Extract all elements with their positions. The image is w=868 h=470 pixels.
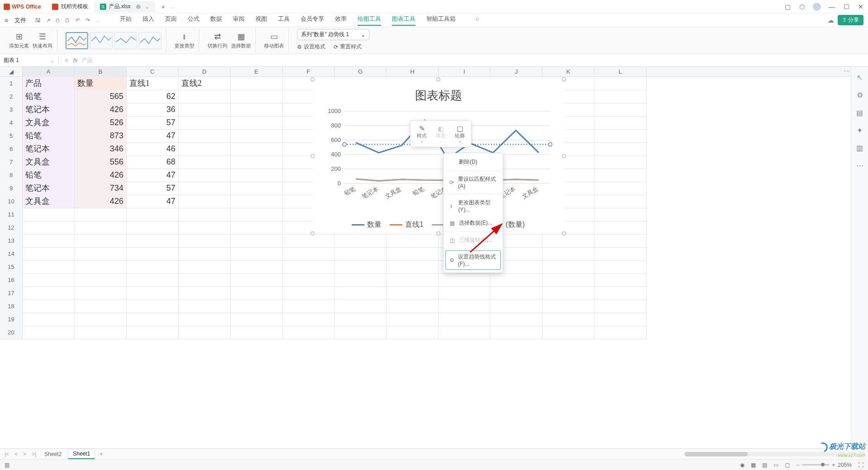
cell[interactable] xyxy=(127,208,179,221)
save-icon[interactable]: 🖫 xyxy=(35,17,41,24)
cell[interactable] xyxy=(231,234,283,248)
resize-handle[interactable] xyxy=(311,77,315,81)
select-data-button[interactable]: ▦选择数据 xyxy=(231,32,251,49)
col-B[interactable]: B xyxy=(75,67,127,77)
resize-handle[interactable] xyxy=(562,154,566,158)
style-button[interactable]: ✎样式⌄ xyxy=(412,122,431,145)
menu-tools[interactable]: 工具 xyxy=(278,15,290,26)
cell[interactable] xyxy=(335,300,387,313)
cell[interactable] xyxy=(594,260,646,274)
cube-icon[interactable]: ⬡ xyxy=(798,3,806,10)
cell[interactable] xyxy=(491,287,542,300)
cell[interactable] xyxy=(179,234,231,248)
menu-smart-toolbox[interactable]: 智能工具箱 xyxy=(426,15,456,26)
chart-style-2[interactable] xyxy=(90,32,113,49)
row-header[interactable]: 11 xyxy=(0,208,23,221)
cell[interactable]: 47 xyxy=(127,129,179,143)
cell[interactable] xyxy=(127,287,179,300)
cell[interactable]: 734 xyxy=(75,182,127,195)
select-all-corner[interactable]: ◢ xyxy=(0,67,23,77)
cell[interactable] xyxy=(594,300,646,313)
data-icon[interactable]: ▥ xyxy=(856,144,863,152)
cell[interactable]: 数量 xyxy=(75,77,127,90)
cell[interactable] xyxy=(231,260,283,274)
zoom-control[interactable]: − + 205% xyxy=(796,462,852,468)
col-H[interactable]: H xyxy=(387,67,439,77)
cell[interactable] xyxy=(23,221,75,235)
cell[interactable] xyxy=(127,247,179,261)
print-icon[interactable]: ⎙ xyxy=(56,17,59,24)
minimize-button[interactable]: — xyxy=(828,3,835,10)
ctx-delete[interactable]: 删除(D) xyxy=(443,155,503,169)
cell[interactable] xyxy=(491,313,542,326)
cell[interactable]: 47 xyxy=(127,169,179,182)
menu-data[interactable]: 数据 xyxy=(210,15,222,26)
cell[interactable] xyxy=(23,300,75,313)
col-F[interactable]: F xyxy=(283,67,335,77)
cell[interactable]: 47 xyxy=(127,195,179,208)
cell[interactable] xyxy=(75,247,127,261)
cell[interactable] xyxy=(594,273,646,287)
outline-button[interactable]: ▢轮廓⌄ xyxy=(450,122,469,145)
scrollbar-thumb[interactable] xyxy=(684,452,748,456)
cancel-icon[interactable]: ✕ xyxy=(64,57,69,64)
search-icon[interactable]: ⌕ xyxy=(476,15,479,26)
formula-input[interactable]: 产品 xyxy=(82,56,93,64)
cell[interactable] xyxy=(127,221,179,235)
undo-icon[interactable]: ↶ xyxy=(75,17,80,24)
col-D[interactable]: D xyxy=(179,67,231,77)
col-E[interactable]: E xyxy=(231,67,283,77)
maximize-button[interactable]: ☐ xyxy=(843,3,850,10)
cell[interactable]: 笔记本 xyxy=(23,142,75,156)
tab-close-icon[interactable]: ⌄ xyxy=(145,4,150,10)
chart-style-4[interactable] xyxy=(139,32,161,49)
row-header[interactable]: 17 xyxy=(0,287,23,300)
cell[interactable] xyxy=(387,313,439,326)
row-header[interactable]: 20 xyxy=(0,326,23,339)
cell[interactable] xyxy=(387,234,439,248)
cell[interactable] xyxy=(179,129,231,143)
cell[interactable] xyxy=(542,313,594,326)
cell[interactable] xyxy=(179,326,231,339)
view-reader-icon[interactable]: ▢ xyxy=(785,462,790,468)
cell[interactable] xyxy=(127,313,179,326)
cell[interactable] xyxy=(542,287,594,300)
move-chart-button[interactable]: ▭移动图表 xyxy=(264,32,284,49)
cell[interactable] xyxy=(439,326,491,339)
cell[interactable] xyxy=(283,260,335,274)
cell[interactable]: 直线1 xyxy=(127,77,179,90)
cell[interactable] xyxy=(387,326,439,339)
cell[interactable] xyxy=(75,221,127,235)
cell[interactable] xyxy=(594,77,646,90)
cell[interactable] xyxy=(491,273,542,287)
cell[interactable] xyxy=(283,234,335,248)
layout-icon[interactable]: ▢ xyxy=(784,3,791,10)
cell[interactable] xyxy=(179,300,231,313)
fx-label[interactable]: fx xyxy=(73,57,77,64)
resize-handle[interactable] xyxy=(562,77,566,81)
cell[interactable] xyxy=(23,234,75,248)
cell[interactable] xyxy=(542,234,594,248)
cell[interactable] xyxy=(594,221,646,235)
more-icon[interactable]: ⋯ xyxy=(856,161,863,170)
sheet-next[interactable]: > xyxy=(21,451,28,457)
cell[interactable]: 426 xyxy=(75,195,127,208)
row-header[interactable]: 8 xyxy=(0,169,23,182)
cell[interactable]: 产品 xyxy=(23,77,75,90)
cell[interactable] xyxy=(387,260,439,274)
redo-icon[interactable]: ↷ xyxy=(85,17,90,24)
cell[interactable]: 笔记本 xyxy=(23,103,75,117)
resize-handle[interactable] xyxy=(311,231,315,235)
cell[interactable] xyxy=(179,142,231,156)
cell[interactable] xyxy=(335,313,387,326)
cell[interactable] xyxy=(283,313,335,326)
tab-product-xlsx[interactable]: S 产品.xlsx ⌄ xyxy=(94,1,155,12)
cell[interactable]: 57 xyxy=(127,182,179,195)
view-pagelayout-icon[interactable]: ▤ xyxy=(762,462,767,468)
cell[interactable]: 426 xyxy=(75,169,127,182)
cell[interactable] xyxy=(283,287,335,300)
cell[interactable] xyxy=(75,234,127,248)
cell[interactable] xyxy=(335,234,387,248)
cell[interactable] xyxy=(283,326,335,339)
cell[interactable] xyxy=(179,287,231,300)
